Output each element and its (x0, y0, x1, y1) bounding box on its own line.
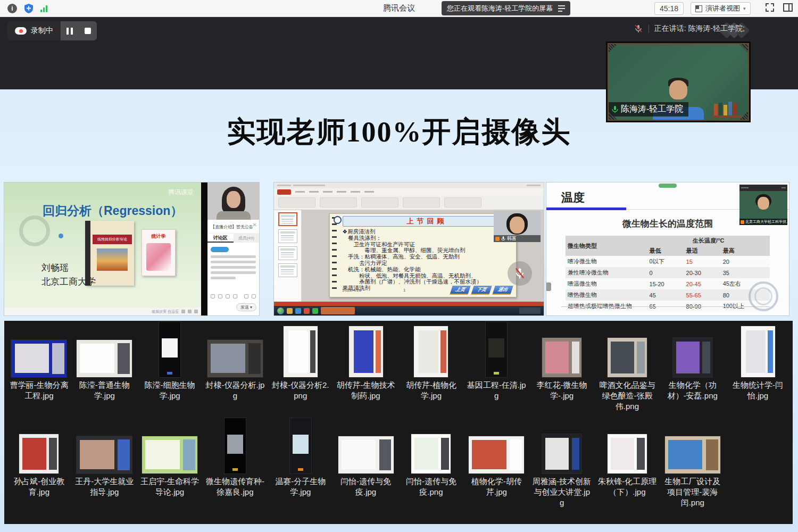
file-item: 生物工厂设计及项目管理-裴海闰.png (660, 414, 725, 508)
temperature-table: 微生物类型 生长温度/°C 最低 最适 最高 嗜冷微生物 0以下 15 20 兼… (566, 236, 770, 312)
slide-text-line: ❖厨房清洁剂 (343, 229, 512, 235)
watching-banner-text: 您正在观看陈海涛-轻工学院的屏幕 (447, 4, 553, 13)
sidebar-toggle-icon[interactable] (783, 3, 793, 12)
file-name: 周雅涵-技术创新与创业大讲堂.jpg (529, 476, 594, 508)
muted-mic-overlay-icon (508, 261, 532, 286)
file-thumbnail (608, 434, 647, 473)
file-name: 胡传芹-植物化学.jpg (398, 380, 463, 401)
hand-raise-icon (741, 220, 744, 224)
file-thumbnail (77, 436, 132, 473)
slide-text-line: 去污力评定 (343, 260, 512, 267)
file-thumbnail (542, 434, 581, 473)
notebook-slide: 上节回顾 ❖厨房清洁剂 餐具洗涤剂： 卫生许可证和生产许可证 毒理、重金属、甲醇… (329, 213, 517, 297)
file-name: 胡传芹-生物技术制药.jpg (334, 380, 398, 401)
slide-text-line: 机洗：机械能、热能、化学能 (343, 267, 512, 273)
chalkboard-background: 陈海涛-轻工学院 (608, 43, 749, 121)
player-footer: 视频设置 自适应 (4, 307, 201, 315)
meeting-info-icon[interactable]: i (7, 4, 17, 13)
file-name: 生物化学（功材）-安磊.png (660, 380, 725, 401)
table-row: 嗜温微生物 15-20 20-45 45左右 (566, 278, 770, 289)
speaker-video-thumbnail[interactable]: 陈海涛-轻工学院 (606, 41, 751, 122)
file-thumbnail (542, 338, 581, 377)
file-item: 生物化学（功材）-安磊.png (660, 324, 725, 412)
slide-date: 2022/4/28 (343, 288, 362, 293)
active-mic-icon (612, 106, 618, 113)
chat-badge (211, 247, 229, 252)
tab-members: 成员(49) (234, 234, 260, 243)
school-logo-icon (334, 216, 342, 224)
file-name: 闫怡-遗传与免疫.jpg (334, 476, 398, 497)
slide-nav-buttons: 上页下页退出 (448, 286, 512, 295)
file-name: 朱秋锋-化工原理（下）.jpg (595, 476, 660, 497)
file-item: 胡传芹-植物化学.jpg (398, 324, 464, 412)
file-item: 啤酒文化品鉴与绿色酿造-张殿伟.png (595, 324, 660, 412)
file-name: 陈滢-普通生物学.jpg (72, 380, 137, 401)
slide-text-line: 粉状、低泡、对餐具无损蚀、高温、无机助剂、 (343, 273, 512, 279)
temp-slide-title: 温度 (561, 190, 585, 206)
recording-label: 录制中 (31, 26, 53, 36)
file-item: 孙占斌-创业教育.jpg (6, 414, 72, 508)
cloud-record-icon (15, 27, 27, 35)
file-item: 基因工程-任清.jpg (464, 324, 529, 412)
file-item: 闫怡-遗传与免疫.jpg (333, 414, 398, 508)
bookshelf (712, 99, 743, 118)
file-item: 封棣-仪器分析.jpg (203, 324, 268, 412)
table-row: 嗜冷微生物 0以下 15 20 (566, 256, 770, 267)
file-thumbnail (608, 338, 647, 377)
windows-taskbar (274, 306, 544, 315)
start-orb-icon (277, 307, 284, 314)
file-item: 植物化学-胡传芹.jpg (464, 414, 529, 508)
file-name: 基因工程-任清.jpg (464, 380, 529, 401)
meeting-timer: 45:18 (654, 2, 684, 15)
view-mode-label: 演讲者视图 (705, 4, 740, 13)
security-shield-icon[interactable] (23, 3, 34, 14)
file-thumbnail (486, 322, 507, 377)
view-mode-dropdown[interactable]: 演讲者视图 ▾ (691, 2, 751, 15)
file-grid: 曹学丽-生物分离工程.jpg 陈滢-普通生物学.jpg 陈滢-细胞生物学.jpg… (4, 321, 793, 524)
student-name: 韩富 (507, 235, 517, 242)
file-item: 生物统计学-闫怡.jpg (725, 324, 791, 412)
file-thumbnail (741, 326, 775, 377)
table-row: 兼性嗜冷微生物 0 20-30 35 (566, 267, 770, 278)
file-item: 周雅涵-技术创新与创业大讲堂.jpg (529, 414, 595, 508)
file-name: 孙占斌-创业教育.jpg (6, 476, 71, 497)
regression-slide-title: 回归分析（Regression） (43, 203, 182, 219)
student-webcam: 韩富 (494, 211, 541, 242)
screenshot-temperature-slide: 温度 微生物生长的温度范围 微生物类型 生长温度/°C 最低 最适 最高 嗜冷微… (546, 182, 789, 315)
chat-message-placeholder (207, 252, 259, 282)
network-signal-icon[interactable] (40, 5, 47, 12)
slide-text-line: 卫生许可证和生产许可证 (343, 242, 512, 248)
presenter-caption: 北京工商大学轻工科学技... (745, 219, 787, 225)
file-item: 温赛-分子生物学.jpg (268, 414, 333, 508)
slide-text-line: 毒理、重金属、甲醇、细菌、荧光增白剂 (343, 247, 512, 254)
slide-page-number: 1 (361, 288, 447, 293)
file-name: 王启宇-生命科学导论.jpg (137, 476, 202, 497)
file-item: 曹学丽-生物分离工程.jpg (6, 324, 72, 412)
file-thumbnail (207, 340, 263, 377)
file-name: 曹学丽-生物分离工程.jpg (6, 380, 71, 401)
file-row-1: 曹学丽-生物分离工程.jpg 陈滢-普通生物学.jpg 陈滢-细胞生物学.jpg… (4, 324, 793, 412)
banner-menu-icon[interactable] (558, 5, 565, 12)
file-thumbnail (673, 338, 712, 377)
slide-thumbnails-pane (274, 210, 302, 302)
file-name: 李红花-微生物学-.jpg (529, 380, 594, 401)
file-item: 微生物遗传育种-徐嘉良.jpg (203, 414, 268, 508)
ketang-watermark: 腾讯课堂 (168, 188, 194, 197)
fullscreen-icon[interactable] (765, 3, 775, 12)
slide-nav-button: 退出 (492, 286, 513, 295)
chevron-down-icon: ▾ (743, 6, 746, 11)
pause-recording-button[interactable] (61, 21, 79, 40)
file-thumbnail (142, 436, 197, 473)
file-item: 朱秋锋-化工原理（下）.jpg (595, 414, 660, 508)
file-item: 王启宇-生命科学导论.jpg (137, 414, 203, 508)
slide-text-line: 杀菌剂（广谱）、冲洗剂（干燥迅速，不留水渍） (343, 279, 512, 285)
file-name: 啤酒文化品鉴与绿色酿造-张殿伟.png (595, 380, 660, 412)
file-item: 胡传芹-生物技术制药.jpg (333, 324, 398, 412)
file-thumbnail (77, 340, 132, 377)
watching-banner: 您正在观看陈海涛-轻工学院的屏幕 (442, 1, 570, 15)
screenshot-regression-lecture: 腾讯课堂 回归分析（Regression） 线性回归分析导论 统计学 刘畅瑶 北… (4, 182, 259, 315)
presenter-webcam: 北京工商大学轻工科学技... (739, 185, 787, 225)
stop-recording-button[interactable] (79, 21, 97, 40)
file-thumbnail (284, 326, 318, 377)
lecturer-name-block: 刘畅瑶 北京工商大学 (41, 261, 96, 289)
